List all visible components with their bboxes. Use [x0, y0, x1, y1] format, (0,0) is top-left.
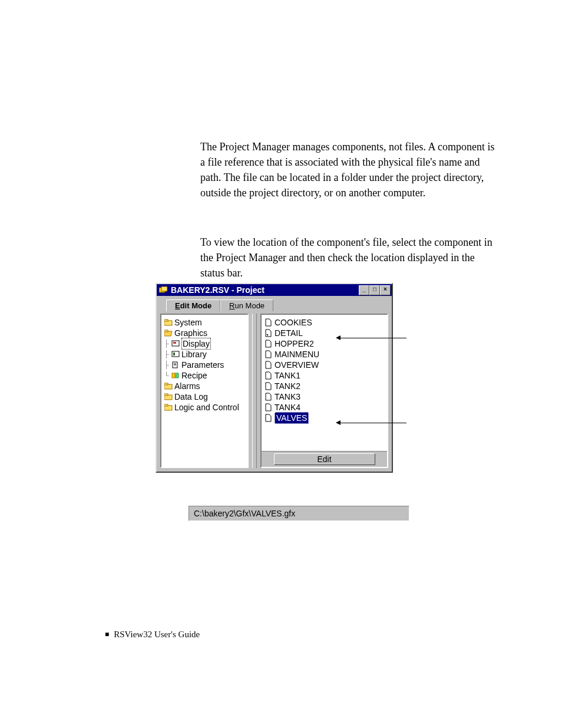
svg-rect-9	[173, 353, 175, 355]
maximize-button[interactable]: □	[369, 285, 380, 295]
svg-rect-14	[176, 373, 178, 378]
tree-item-datalog[interactable]: Data Log	[164, 391, 245, 402]
arrow-head-icon	[336, 420, 340, 425]
page-footer: ■ RSView32 User's Guide	[105, 630, 200, 640]
list-item-selected[interactable]: VALVES	[264, 413, 385, 423]
page-icon	[264, 340, 273, 348]
close-button[interactable]: ×	[380, 285, 391, 295]
page-icon	[264, 414, 273, 422]
svg-marker-21	[266, 319, 271, 326]
list-item[interactable]: TANK2	[264, 381, 385, 391]
list-item[interactable]: COOKIES	[264, 317, 385, 328]
edit-row: Edit	[262, 451, 387, 467]
list-item[interactable]: DETAIL	[264, 328, 385, 338]
svg-marker-31	[266, 414, 271, 421]
svg-rect-3	[164, 319, 168, 321]
status-bar: C:\bakery2\Gfx\VALVES.gfx	[189, 506, 409, 521]
list-item[interactable]: TANK1	[264, 370, 385, 381]
tree-item-recipe[interactable]: └ Recipe	[164, 370, 245, 381]
shortcut-icon	[264, 329, 273, 337]
svg-rect-13	[172, 373, 175, 378]
tree-item-parameters[interactable]: ├ Parameters	[164, 360, 245, 370]
svg-marker-30	[266, 404, 271, 411]
list-item[interactable]: TANK4	[264, 402, 385, 413]
list-pane[interactable]: COOKIES DETAIL HOPPER2 MAINMENU OVERVIEW…	[260, 314, 388, 468]
tab-run-mode[interactable]: Run Mode	[220, 299, 273, 311]
svg-marker-28	[266, 383, 271, 390]
status-path: C:\bakery2\Gfx\VALVES.gfx	[194, 509, 295, 518]
svg-rect-18	[164, 394, 168, 396]
paragraph-1: The Project Manager manages components, …	[200, 139, 495, 200]
tree-item-library[interactable]: ├ Library	[164, 349, 245, 360]
bullet-icon: ■	[105, 630, 109, 639]
minimize-button[interactable]: _	[359, 285, 369, 295]
display-icon	[171, 340, 180, 348]
page-icon	[264, 403, 273, 411]
splitter[interactable]	[252, 314, 257, 468]
tab-edit-mode[interactable]: Edit Mode	[166, 299, 220, 311]
recipe-icon	[171, 371, 180, 380]
mode-tabs: Edit Mode Run Mode	[160, 299, 388, 311]
folder-closed-icon	[164, 318, 173, 327]
page-icon	[264, 361, 273, 369]
svg-marker-24	[266, 340, 271, 347]
library-icon	[171, 350, 180, 358]
app-icon	[158, 285, 168, 295]
svg-rect-1	[161, 286, 167, 291]
page-icon	[264, 371, 273, 380]
folder-closed-icon	[164, 393, 173, 401]
page-icon	[264, 350, 273, 358]
svg-marker-29	[266, 393, 271, 400]
page-icon	[264, 382, 273, 390]
tree-item-display[interactable]: ├ Display	[164, 338, 245, 349]
svg-marker-25	[266, 351, 271, 358]
svg-rect-7	[173, 342, 176, 344]
window-controls: _ □ ×	[359, 285, 391, 295]
svg-rect-5	[164, 330, 168, 332]
page-icon	[264, 393, 273, 401]
callout-arrow-valves	[339, 423, 406, 423]
svg-marker-22	[266, 330, 271, 337]
list-item[interactable]: TANK3	[264, 391, 385, 402]
folder-closed-icon	[164, 403, 173, 411]
svg-rect-20	[164, 404, 168, 406]
folder-open-icon	[164, 329, 173, 337]
paragraph-2: To view the location of the component's …	[200, 235, 495, 281]
svg-marker-27	[266, 372, 271, 379]
titlebar[interactable]: BAKERY2.RSV - Project _ □ ×	[157, 284, 392, 296]
project-manager-window: BAKERY2.RSV - Project _ □ × Edit Mode Ru…	[156, 283, 393, 473]
list-item[interactable]: MAINMENU	[264, 349, 385, 360]
footer-text: RSView32 User's Guide	[114, 630, 200, 640]
edit-button[interactable]: Edit	[274, 453, 375, 465]
folder-closed-icon	[164, 382, 173, 390]
tree-item-alarms[interactable]: Alarms	[164, 381, 245, 391]
parameters-icon	[171, 361, 180, 369]
page-icon	[264, 318, 273, 327]
tree-item-system[interactable]: System	[164, 317, 245, 328]
svg-marker-26	[266, 361, 271, 368]
callout-arrow-detail	[339, 338, 406, 338]
arrow-head-icon	[336, 335, 340, 340]
tree-pane[interactable]: System Graphics ├ Display ├ Library	[160, 314, 249, 468]
tree-item-logic[interactable]: Logic and Control	[164, 402, 245, 413]
list-item[interactable]: OVERVIEW	[264, 360, 385, 370]
svg-rect-16	[164, 383, 168, 385]
window-title: BAKERY2.RSV - Project	[171, 285, 265, 295]
tree-item-graphics[interactable]: Graphics	[164, 328, 245, 338]
list-item[interactable]: HOPPER2	[264, 338, 385, 349]
svg-rect-8	[172, 351, 179, 357]
